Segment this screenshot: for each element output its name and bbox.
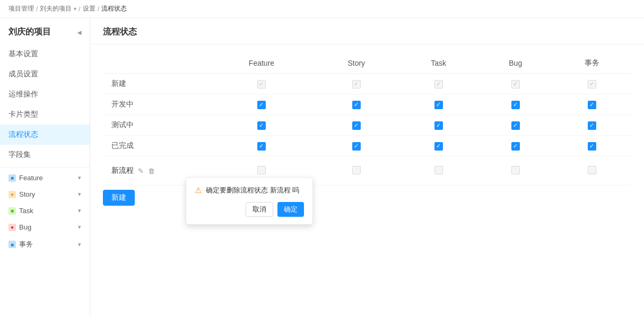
checkbox-ceshizhong-feature[interactable] bbox=[257, 121, 266, 130]
cell-ceshizhong-feature[interactable] bbox=[209, 115, 314, 136]
col-header-bug: Bug bbox=[478, 53, 553, 74]
table-row: 新建 bbox=[103, 74, 631, 94]
confirm-message: 确定要删除流程状态 新流程 吗 bbox=[206, 185, 299, 196]
checkbox-xinliucheng-feature[interactable] bbox=[257, 166, 266, 174]
affairs-type-icon: ■ bbox=[8, 241, 16, 248]
cell-kaifazhong-feature[interactable] bbox=[209, 94, 314, 115]
cell-xinjian-affairs[interactable] bbox=[553, 74, 631, 94]
table-row: 开发中 bbox=[103, 94, 631, 115]
cell-yiwancheng-affairs[interactable] bbox=[553, 136, 631, 156]
sidebar-item-ops[interactable]: 运维操作 bbox=[0, 84, 90, 104]
sidebar-type-affairs[interactable]: ■ 事务 ▾ bbox=[0, 235, 90, 253]
breadcrumb-project-name[interactable]: 刘夫的项目 bbox=[40, 4, 72, 13]
sidebar-type-affairs-label: 事务 bbox=[19, 240, 33, 249]
checkbox-kaifazhong-feature[interactable] bbox=[257, 101, 266, 109]
checkbox-yiwancheng-feature[interactable] bbox=[257, 142, 266, 151]
breadcrumb-project-mgmt[interactable]: 项目管理 bbox=[8, 4, 34, 13]
checkbox-xinjian-task[interactable] bbox=[434, 80, 443, 89]
checkbox-ceshizhong-affairs[interactable] bbox=[588, 121, 596, 130]
checkbox-kaifazhong-story[interactable] bbox=[352, 101, 361, 109]
affairs-chevron-icon: ▾ bbox=[78, 241, 81, 248]
cell-ceshizhong-story[interactable] bbox=[314, 115, 399, 136]
sidebar-item-fields[interactable]: 字段集 bbox=[0, 145, 90, 165]
breadcrumb-sep-2: / bbox=[79, 5, 80, 13]
cell-xinjian-story[interactable] bbox=[314, 74, 399, 94]
cell-xinliucheng-story[interactable] bbox=[314, 156, 399, 186]
cell-ceshizhong-bug[interactable] bbox=[478, 115, 553, 136]
table-container: Feature Story Task Bug 事务 新建 bbox=[90, 45, 644, 214]
warning-icon: ⚠ bbox=[195, 186, 202, 195]
cell-yiwancheng-task[interactable] bbox=[399, 136, 478, 156]
sidebar-type-story[interactable]: ● Story ▾ bbox=[0, 186, 90, 202]
add-flow-button[interactable]: 新建 bbox=[103, 190, 135, 206]
sidebar-item-card[interactable]: 卡片类型 bbox=[0, 104, 90, 125]
cell-xinjian-feature[interactable] bbox=[209, 74, 314, 94]
breadcrumb-settings[interactable]: 设置 bbox=[83, 4, 95, 13]
checkbox-kaifazhong-bug[interactable] bbox=[511, 101, 520, 109]
sidebar-type-bug[interactable]: ● Bug ▾ bbox=[0, 219, 90, 235]
cell-xinjian-bug[interactable] bbox=[478, 74, 553, 94]
cell-yiwancheng-story[interactable] bbox=[314, 136, 399, 156]
checkbox-xinjian-feature[interactable] bbox=[257, 80, 266, 89]
feature-chevron-icon: ▾ bbox=[78, 174, 81, 181]
checkbox-ceshizhong-story[interactable] bbox=[352, 121, 361, 130]
new-flow-name: 新流程 bbox=[111, 166, 134, 175]
story-type-icon: ● bbox=[8, 191, 16, 198]
confirm-button[interactable]: 确定 bbox=[277, 202, 304, 217]
cell-xinliucheng-affairs[interactable] bbox=[553, 156, 631, 186]
cell-xinliucheng-task[interactable] bbox=[399, 156, 478, 186]
checkbox-yiwancheng-affairs[interactable] bbox=[588, 142, 596, 151]
sidebar-type-story-label: Story bbox=[19, 190, 35, 198]
col-header-affairs: 事务 bbox=[553, 53, 631, 74]
sidebar-collapse-button[interactable]: ◂ bbox=[77, 28, 81, 37]
sidebar-type-task-label: Task bbox=[19, 207, 33, 215]
cell-kaifazhong-bug[interactable] bbox=[478, 94, 553, 115]
sidebar-type-task[interactable]: ■ Task ▾ bbox=[0, 202, 90, 219]
page-title: 流程状态 bbox=[103, 27, 631, 38]
table-row: 已完成 bbox=[103, 136, 631, 156]
delete-flow-button[interactable]: 🗑 bbox=[148, 167, 155, 175]
sidebar-type-bug-label: Bug bbox=[19, 223, 31, 231]
checkbox-xinliucheng-story[interactable] bbox=[352, 166, 361, 174]
sidebar-item-member[interactable]: 成员设置 bbox=[0, 64, 90, 84]
checkbox-ceshizhong-bug[interactable] bbox=[511, 121, 520, 130]
checkbox-ceshizhong-task[interactable] bbox=[434, 121, 443, 130]
edit-flow-button[interactable]: ✎ bbox=[138, 167, 144, 175]
cell-ceshizhong-task[interactable] bbox=[399, 115, 478, 136]
cell-kaifazhong-story[interactable] bbox=[314, 94, 399, 115]
checkbox-xinjian-affairs[interactable] bbox=[588, 80, 596, 89]
sidebar-item-flow[interactable]: 流程状态 bbox=[0, 125, 90, 145]
checkbox-kaifazhong-affairs[interactable] bbox=[588, 101, 596, 109]
main-header: 流程状态 bbox=[90, 18, 644, 45]
cell-yiwancheng-bug[interactable] bbox=[478, 136, 553, 156]
breadcrumb-dropdown-icon: ▾ bbox=[74, 6, 76, 12]
sidebar-type-feature[interactable]: ■ Feature ▾ bbox=[0, 170, 90, 186]
checkbox-yiwancheng-bug[interactable] bbox=[511, 142, 520, 151]
col-header-feature: Feature bbox=[209, 53, 314, 74]
checkbox-yiwancheng-story[interactable] bbox=[352, 142, 361, 151]
cell-ceshizhong-affairs[interactable] bbox=[553, 115, 631, 136]
checkbox-xinliucheng-task[interactable] bbox=[434, 166, 443, 174]
checkbox-xinjian-story[interactable] bbox=[352, 80, 361, 89]
cell-xinjian-task[interactable] bbox=[399, 74, 478, 94]
breadcrumb-sep-1: / bbox=[36, 5, 38, 13]
checkbox-xinjian-bug[interactable] bbox=[511, 80, 520, 89]
cell-kaifazhong-task[interactable] bbox=[399, 94, 478, 115]
cell-yiwancheng-feature[interactable] bbox=[209, 136, 314, 156]
breadcrumb: 项目管理 / 刘夫的项目 ▾ / 设置 / 流程状态 bbox=[0, 0, 644, 18]
sidebar-divider bbox=[0, 167, 90, 168]
checkbox-yiwancheng-task[interactable] bbox=[434, 142, 443, 151]
confirm-dialog-actions: 取消 确定 bbox=[195, 202, 304, 217]
confirm-dialog: ⚠ 确定要删除流程状态 新流程 吗 取消 确定 bbox=[186, 177, 313, 225]
checkbox-xinliucheng-affairs[interactable] bbox=[588, 166, 596, 174]
row-label-ceshizhong: 测试中 bbox=[103, 115, 209, 136]
checkbox-kaifazhong-task[interactable] bbox=[434, 101, 443, 109]
cell-xinliucheng-bug[interactable] bbox=[478, 156, 553, 186]
col-header-story: Story bbox=[314, 53, 399, 74]
cell-kaifazhong-affairs[interactable] bbox=[553, 94, 631, 115]
main-content: 流程状态 Feature Story Task Bug 事务 bbox=[90, 18, 644, 315]
checkbox-xinliucheng-bug[interactable] bbox=[511, 166, 520, 174]
cancel-button[interactable]: 取消 bbox=[246, 202, 273, 217]
sidebar-item-basic[interactable]: 基本设置 bbox=[0, 44, 90, 64]
feature-type-icon: ■ bbox=[8, 174, 16, 182]
